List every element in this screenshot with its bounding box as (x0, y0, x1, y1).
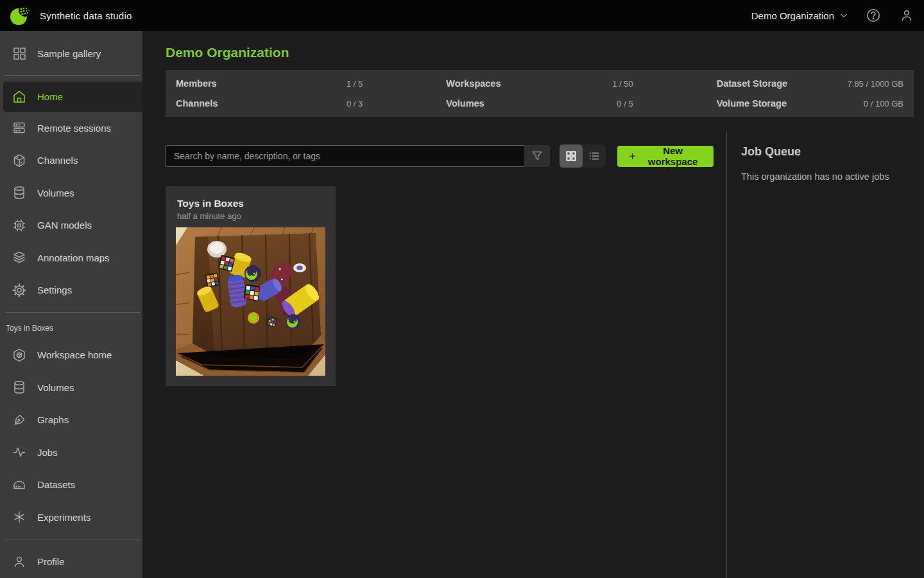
user-account-icon[interactable] (898, 7, 915, 24)
sidebar-item-datasets[interactable]: Datasets (0, 469, 142, 501)
stat-value: 0 / 100 GB (864, 99, 903, 109)
workspace-card[interactable]: Toys in Boxes half a minute ago (166, 186, 336, 386)
sidebar-item-graphs[interactable]: Graphs (0, 404, 142, 436)
stat-label: Dataset Storage (717, 78, 787, 89)
stat-value: 1 / 5 (346, 79, 363, 89)
home-icon (12, 89, 27, 105)
stat-dataset-storage: Dataset Storage 7.85 / 1000 GB (717, 78, 903, 89)
workspace-card-title: Toys in Boxes (177, 198, 324, 209)
sidebar-divider (5, 539, 140, 539)
sidebar-item-workspace-volumes[interactable]: Volumes (0, 371, 142, 403)
stat-value: 7.85 / 1000 GB (848, 79, 903, 89)
sidebar-item-remote-sessions[interactable]: Remote sessions (0, 112, 142, 144)
sidebar-item-workspace-home[interactable]: Workspace home (0, 339, 142, 371)
asterisk-icon (12, 509, 27, 525)
sidebar-item-profile[interactable]: Profile (0, 545, 142, 577)
stat-value: 0 / 3 (346, 99, 363, 109)
sidebar-item-label: Jobs (37, 447, 58, 458)
grid-view-button[interactable] (560, 144, 583, 168)
list-view-button[interactable] (583, 144, 606, 168)
stat-volumes: Volumes 0 / 5 (446, 98, 633, 109)
list-view-icon (588, 150, 601, 162)
sidebar-item-experiments[interactable]: Experiments (0, 501, 142, 533)
sidebar-item-gan-models[interactable]: GAN models (0, 209, 142, 241)
sidebar-item-label: GAN models (37, 220, 92, 231)
sidebar-item-channels[interactable]: Channels (0, 144, 142, 176)
job-queue-panel: Job Queue This organization has no activ… (726, 132, 924, 578)
workspace-card-timestamp: half a minute ago (177, 211, 324, 221)
sidebar-item-label: Settings (37, 285, 72, 295)
stat-volume-storage: Volume Storage 0 / 100 GB (717, 98, 903, 109)
sidebar-item-label: Workspace home (37, 349, 112, 360)
stat-channels: Channels 0 / 3 (176, 98, 363, 109)
page-title: Demo Organization (166, 45, 914, 60)
layers-icon (12, 250, 27, 265)
app-logo-icon (9, 4, 31, 26)
stat-label: Workspaces (446, 78, 501, 89)
person-icon (12, 554, 27, 570)
job-queue-empty-message: This organization has no active jobs (741, 171, 914, 182)
sidebar-item-label: Graphs (37, 414, 69, 425)
plus-icon (628, 151, 637, 161)
app-title: Synthetic data studio (40, 10, 132, 21)
sidebar-divider (5, 75, 140, 76)
sidebar-item-settings[interactable]: Settings (0, 274, 142, 306)
stat-label: Volumes (446, 98, 484, 109)
stat-members: Members 1 / 5 (176, 78, 363, 89)
gear-icon (12, 283, 27, 298)
sidebar-item-annotation-maps[interactable]: Annotation maps (0, 241, 142, 274)
funnel-icon (530, 149, 544, 163)
sidebar-item-label: Home (37, 91, 63, 102)
chevron-down-icon (839, 11, 848, 20)
help-icon[interactable] (865, 7, 882, 24)
topbar: Synthetic data studio Demo Organization (0, 0, 924, 31)
sidebar-item-jobs[interactable]: Jobs (0, 436, 142, 468)
sidebar-item-label: Volumes (37, 382, 74, 393)
stat-value: 0 / 5 (617, 99, 633, 109)
sidebar-item-label: Remote sessions (37, 123, 111, 134)
main-content: Demo Organization Members 1 / 5 Workspac… (142, 31, 924, 578)
sidebar-item-sample-gallery[interactable]: Sample gallery (0, 37, 142, 69)
new-workspace-button[interactable]: New workspace (617, 146, 714, 167)
sidebar-item-label: Sample gallery (37, 48, 101, 59)
sidebar-item-volumes[interactable]: Volumes (0, 177, 142, 209)
search-input[interactable] (166, 145, 524, 167)
filter-button[interactable] (524, 145, 550, 167)
view-toggle-group (560, 144, 606, 168)
stat-label: Members (176, 78, 217, 89)
grid-view-icon (565, 150, 578, 162)
stat-label: Channels (176, 98, 218, 109)
database-icon (12, 185, 27, 200)
workspace-list-area: New workspace Toys in Boxes half a minut… (142, 132, 726, 578)
sidebar: Sample gallery Home Remote sessions (0, 31, 142, 578)
workspace-toolbar: New workspace (166, 144, 714, 168)
sidebar-item-label: Channels (37, 155, 78, 166)
org-selector-label: Demo Organization (751, 10, 834, 21)
hexagon-cube-icon (12, 347, 27, 363)
org-stats-panel: Members 1 / 5 Workspaces 1 / 50 Dataset … (166, 70, 914, 117)
server-icon (12, 120, 27, 136)
stat-label: Volume Storage (717, 98, 787, 109)
sidebar-item-home[interactable]: Home (3, 82, 142, 112)
sidebar-item-label: Datasets (37, 479, 75, 490)
sidebar-item-label: Annotation maps (37, 252, 110, 263)
org-selector-dropdown[interactable]: Demo Organization (751, 10, 848, 21)
database-icon (12, 380, 27, 395)
chip-icon (12, 218, 27, 233)
workspace-thumbnail-image (176, 227, 325, 376)
pen-tool-icon (12, 412, 27, 428)
sidebar-item-label: Experiments (37, 512, 90, 523)
sidebar-item-label: Volumes (37, 188, 74, 198)
new-workspace-label: New workspace (643, 145, 703, 167)
cube-icon (12, 153, 27, 168)
sidebar-item-label: Profile (37, 556, 65, 567)
sidebar-divider (5, 312, 140, 313)
workspace-section-label: Toys in Boxes (0, 319, 142, 339)
drive-icon (12, 477, 27, 493)
job-queue-title: Job Queue (741, 145, 914, 159)
grid-icon (12, 46, 27, 61)
stat-value: 1 / 50 (612, 79, 633, 89)
stat-workspaces: Workspaces 1 / 50 (446, 78, 633, 89)
activity-icon (12, 444, 27, 460)
